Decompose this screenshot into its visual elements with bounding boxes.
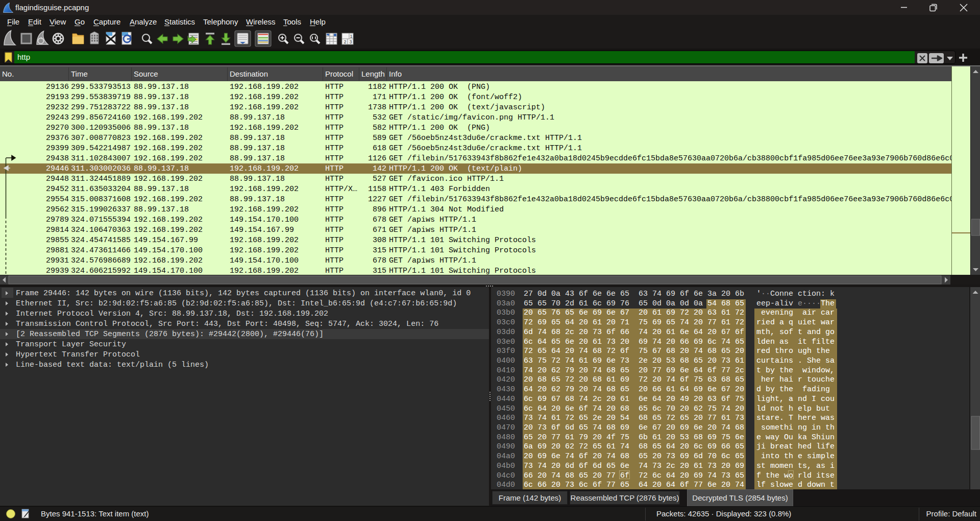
svg-text:3: 3 <box>349 39 352 44</box>
svg-text:2: 2 <box>344 39 346 44</box>
svg-text:1: 1 <box>350 34 352 39</box>
